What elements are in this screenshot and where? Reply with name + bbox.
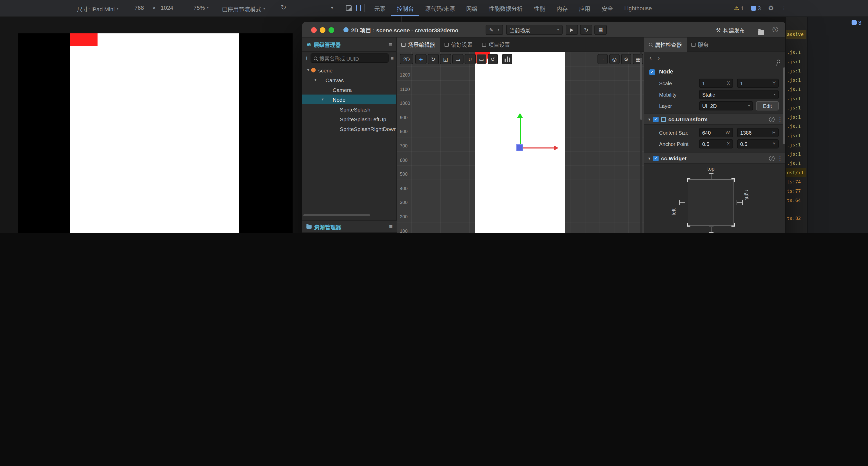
mobility-select[interactable]: Static▾ [699,90,779,99]
rotate-snap-button[interactable]: ↺ [488,54,498,64]
minimize-window-button[interactable] [320,27,326,33]
viewport-vscrollbar[interactable] [640,52,642,233]
console-source-link[interactable]: ts:82 [786,214,806,223]
pin-inspector-icon[interactable] [776,59,781,64]
service-tab[interactable]: 服务 [686,37,713,52]
gizmo-space-button[interactable]: ∪ [465,54,476,64]
expand-arrow-icon[interactable]: ▾ [313,78,318,82]
device-height-input[interactable]: 1024 [161,5,173,11]
scale-y-field[interactable]: 1Y [737,79,779,88]
console-source-link[interactable]: .js:1 [786,149,806,159]
stats-toggle-button[interactable] [502,54,512,64]
expand-arrow-icon[interactable]: ▾ [320,97,326,102]
console-source-link[interactable]: .js:1 [786,48,806,57]
console-warnings-badge[interactable]: ⚠1 [734,5,744,11]
devtools-tab[interactable]: 安全 [596,0,619,16]
build-publish-button[interactable]: ⚒构建发布 [716,25,745,35]
nav-back-icon[interactable]: ‹ [649,53,652,62]
throttle-select[interactable]: 已停用节流模式▾ [222,5,265,13]
help-icon[interactable]: ? [769,155,775,161]
edit-mode-button[interactable]: ✎▾ [486,25,503,35]
devtools-tab[interactable]: 控制台 [391,0,420,16]
content-width-field[interactable]: 640W [699,128,733,137]
node-enabled-checkbox[interactable]: ✓ [649,69,655,75]
component-enabled-checkbox[interactable]: ✓ [653,116,658,122]
console-source-link[interactable]: .js:1 [786,140,806,149]
more-options-caret-icon[interactable]: ▾ [331,6,333,10]
scale-tool-button[interactable]: ◱ [440,54,451,64]
widget-section-header[interactable]: ▾ ✓ cc.Widget ? ⋮ [644,153,786,164]
devtools-tab[interactable]: 元素 [369,0,391,16]
devtools-tab[interactable]: 性能 [528,0,551,16]
camera-view-button[interactable]: ◎ [609,54,620,64]
layout-button[interactable]: ▦ [594,25,607,35]
uitransform-section-header[interactable]: ▾ ✓ cc.UITransform ? ⋮ [644,114,786,125]
inspector-tab[interactable]: 属性检查器 [644,37,686,52]
console-source-link[interactable]: ost/:1 [786,168,806,177]
expand-arrow-icon[interactable]: ▾ [305,68,311,72]
anchor-y-field[interactable]: 0.5Y [737,139,779,148]
ibeam-right-icon[interactable] [737,200,743,205]
play-button[interactable]: ▶ [566,25,578,35]
add-node-button[interactable]: + [305,55,309,62]
collapse-arrow-icon[interactable]: ▾ [648,156,650,161]
ibeam-left-icon[interactable] [679,200,685,205]
console-source-link[interactable]: .js:1 [786,122,806,131]
devtools-tab[interactable]: Lighthouse [619,0,657,16]
device-toolbar-icon[interactable] [356,5,361,11]
collapse-arrow-icon[interactable]: ▾ [648,117,650,121]
component-menu-icon[interactable]: ⋮ [777,116,783,122]
hierarchy-menu-icon[interactable]: ≡ [389,41,392,48]
hierarchy-search-input[interactable]: 搜索名称或 UUID [311,53,389,63]
devtools-tab[interactable]: 源代码/来源 [420,0,460,16]
rect-tool-button[interactable]: ▭ [452,54,464,64]
console-source-link[interactable]: .js:1 [786,103,806,113]
scene-tab[interactable]: 项目设置 [477,37,515,52]
assets-panel-tab[interactable]: 资源管理器 [306,223,341,230]
zoom-window-button[interactable] [329,27,334,33]
widget-left-label[interactable]: left [671,190,677,215]
devtools-tab[interactable]: 性能数据分析 [483,0,528,16]
ibeam-top-icon[interactable] [709,173,713,179]
settings-gear-icon[interactable]: ⚙ [768,4,774,12]
ibeam-bottom-icon[interactable] [709,227,713,233]
hierarchy-hscrollbar[interactable] [303,214,370,216]
project-folder-icon[interactable] [758,30,764,35]
game-canvas[interactable] [70,33,239,233]
tree-node[interactable]: SpriteSplash [302,104,396,114]
nav-forward-icon[interactable]: › [657,53,660,62]
widget-top-label[interactable]: top [698,166,724,172]
scale-x-field[interactable]: 1X [699,79,733,88]
layer-edit-button[interactable]: Edit [756,101,779,111]
issues-count-badge[interactable]: 3 [851,20,861,26]
inspector-vscrollbar[interactable] [783,67,785,233]
scene-tab[interactable]: 场景编辑器 [397,37,440,52]
console-source-link[interactable]: .js:1 [786,113,806,122]
console-source-link[interactable]: ts:85 [786,232,806,233]
hierarchy-panel-tab[interactable]: ≋层级管理器 [306,40,341,48]
devtools-tab[interactable]: 应用 [574,0,596,16]
rotate-device-icon[interactable]: ↻ [281,4,286,11]
more-menu-icon[interactable]: ⋮ [781,5,787,11]
console-source-link[interactable]: .js:1 [786,94,806,103]
devtools-tab[interactable]: 网络 [460,0,483,16]
anchor-x-field[interactable]: 0.5X [699,139,733,148]
gizmo-y-axis[interactable] [520,118,521,148]
zoom-select[interactable]: 75%▾ [193,5,209,11]
gizmo-x-axis[interactable] [520,147,554,148]
move-tool-button[interactable]: + [415,54,427,64]
device-size-select[interactable]: 尺寸: iPad Mini▾ [77,5,119,13]
layer-select[interactable]: UI_2D▾ [699,101,753,111]
component-menu-icon[interactable]: ⋮ [777,155,783,162]
tree-node[interactable]: SpriteSplashLeftUp [302,114,396,124]
console-source-link[interactable]: .js:1 [786,76,806,85]
scene-viewport[interactable]: 120011001000900800700600500400300200100 … [397,52,644,233]
scene-tab[interactable]: 偏好设置 [440,37,477,52]
close-window-button[interactable] [311,27,317,33]
console-source-link[interactable]: assive [786,30,806,39]
console-source-link[interactable]: ts:74 [786,177,806,186]
tree-node[interactable]: ▾ Node [302,94,396,104]
inspect-element-icon[interactable] [346,5,352,11]
console-source-link[interactable]: ts:77 [786,186,806,196]
device-width-input[interactable]: 768 [134,5,144,11]
